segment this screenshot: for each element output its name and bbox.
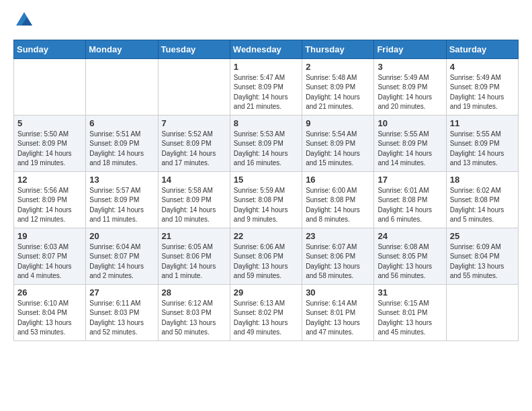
header bbox=[13, 11, 519, 33]
calendar-cell: 25Sunrise: 6:09 AMSunset: 8:04 PMDayligh… bbox=[446, 228, 518, 284]
day-number: 2 bbox=[306, 62, 370, 72]
day-info: Sunrise: 6:04 AMSunset: 8:07 PMDaylight:… bbox=[89, 242, 154, 281]
calendar-cell: 4Sunrise: 5:49 AMSunset: 8:09 PMDaylight… bbox=[446, 58, 518, 115]
calendar-header-row: SundayMondayTuesdayWednesdayThursdayFrid… bbox=[14, 40, 519, 58]
day-info: Sunrise: 6:01 AMSunset: 8:08 PMDaylight:… bbox=[378, 186, 442, 225]
day-number: 20 bbox=[89, 231, 154, 241]
calendar-cell: 3Sunrise: 5:49 AMSunset: 8:09 PMDaylight… bbox=[374, 58, 446, 115]
day-number: 14 bbox=[162, 175, 226, 185]
calendar-cell: 24Sunrise: 6:08 AMSunset: 8:05 PMDayligh… bbox=[374, 228, 446, 284]
day-number: 23 bbox=[306, 231, 370, 241]
day-info: Sunrise: 5:53 AMSunset: 8:09 PMDaylight:… bbox=[234, 130, 298, 169]
logo-icon bbox=[15, 11, 34, 30]
calendar-cell: 29Sunrise: 6:13 AMSunset: 8:02 PMDayligh… bbox=[230, 284, 302, 340]
day-info: Sunrise: 6:05 AMSunset: 8:06 PMDaylight:… bbox=[162, 242, 226, 281]
day-info: Sunrise: 5:47 AMSunset: 8:09 PMDaylight:… bbox=[234, 73, 298, 112]
day-number: 17 bbox=[378, 175, 442, 185]
day-number: 28 bbox=[162, 287, 226, 298]
day-info: Sunrise: 6:13 AMSunset: 8:02 PMDaylight:… bbox=[234, 299, 298, 338]
calendar-week-1: 5Sunrise: 5:50 AMSunset: 8:09 PMDaylight… bbox=[14, 115, 519, 171]
calendar-cell: 16Sunrise: 6:00 AMSunset: 8:08 PMDayligh… bbox=[302, 171, 374, 228]
day-number: 9 bbox=[306, 118, 370, 128]
day-info: Sunrise: 6:02 AMSunset: 8:08 PMDaylight:… bbox=[450, 186, 515, 225]
day-number: 11 bbox=[450, 118, 515, 128]
day-number: 12 bbox=[17, 175, 82, 185]
day-info: Sunrise: 5:49 AMSunset: 8:09 PMDaylight:… bbox=[450, 73, 515, 112]
day-number: 10 bbox=[378, 118, 442, 128]
day-number: 18 bbox=[450, 175, 515, 185]
day-info: Sunrise: 6:14 AMSunset: 8:01 PMDaylight:… bbox=[306, 299, 370, 338]
day-info: Sunrise: 6:00 AMSunset: 8:08 PMDaylight:… bbox=[306, 186, 370, 225]
calendar-cell: 5Sunrise: 5:50 AMSunset: 8:09 PMDaylight… bbox=[14, 115, 86, 171]
calendar-cell: 23Sunrise: 6:07 AMSunset: 8:06 PMDayligh… bbox=[302, 228, 374, 284]
calendar-cell bbox=[86, 58, 158, 115]
day-info: Sunrise: 5:49 AMSunset: 8:09 PMDaylight:… bbox=[378, 73, 442, 112]
day-number: 31 bbox=[378, 287, 442, 298]
day-number: 1 bbox=[234, 62, 298, 72]
day-info: Sunrise: 5:59 AMSunset: 8:08 PMDaylight:… bbox=[234, 186, 298, 225]
calendar-table: SundayMondayTuesdayWednesdayThursdayFrid… bbox=[13, 40, 519, 341]
day-number: 24 bbox=[378, 231, 442, 241]
day-number: 7 bbox=[162, 118, 226, 128]
day-number: 29 bbox=[234, 287, 298, 298]
calendar-cell: 31Sunrise: 6:15 AMSunset: 8:01 PMDayligh… bbox=[374, 284, 446, 340]
day-info: Sunrise: 5:55 AMSunset: 8:09 PMDaylight:… bbox=[450, 130, 515, 169]
day-number: 21 bbox=[162, 231, 226, 241]
day-info: Sunrise: 5:55 AMSunset: 8:09 PMDaylight:… bbox=[378, 130, 442, 169]
day-info: Sunrise: 6:07 AMSunset: 8:06 PMDaylight:… bbox=[306, 242, 370, 281]
day-number: 19 bbox=[17, 231, 82, 241]
calendar-cell bbox=[158, 58, 230, 115]
day-info: Sunrise: 5:51 AMSunset: 8:09 PMDaylight:… bbox=[89, 130, 154, 169]
day-info: Sunrise: 5:57 AMSunset: 8:09 PMDaylight:… bbox=[89, 186, 154, 225]
calendar-cell: 28Sunrise: 6:12 AMSunset: 8:03 PMDayligh… bbox=[158, 284, 230, 340]
calendar-cell: 7Sunrise: 5:52 AMSunset: 8:09 PMDaylight… bbox=[158, 115, 230, 171]
day-info: Sunrise: 5:50 AMSunset: 8:09 PMDaylight:… bbox=[17, 130, 82, 169]
calendar-cell: 19Sunrise: 6:03 AMSunset: 8:07 PMDayligh… bbox=[14, 228, 86, 284]
calendar-week-0: 1Sunrise: 5:47 AMSunset: 8:09 PMDaylight… bbox=[14, 58, 519, 115]
calendar-header-wednesday: Wednesday bbox=[230, 40, 302, 58]
calendar-cell: 30Sunrise: 6:14 AMSunset: 8:01 PMDayligh… bbox=[302, 284, 374, 340]
day-info: Sunrise: 6:08 AMSunset: 8:05 PMDaylight:… bbox=[378, 242, 442, 281]
calendar-cell: 17Sunrise: 6:01 AMSunset: 8:08 PMDayligh… bbox=[374, 171, 446, 228]
day-number: 13 bbox=[89, 175, 154, 185]
day-info: Sunrise: 6:15 AMSunset: 8:01 PMDaylight:… bbox=[378, 299, 442, 338]
calendar-header-friday: Friday bbox=[374, 40, 446, 58]
calendar-cell: 26Sunrise: 6:10 AMSunset: 8:04 PMDayligh… bbox=[14, 284, 86, 340]
day-number: 25 bbox=[450, 231, 515, 241]
day-number: 5 bbox=[17, 118, 82, 128]
day-number: 30 bbox=[306, 287, 370, 298]
day-number: 16 bbox=[306, 175, 370, 185]
logo bbox=[13, 11, 34, 33]
calendar-cell: 20Sunrise: 6:04 AMSunset: 8:07 PMDayligh… bbox=[86, 228, 158, 284]
calendar-cell bbox=[14, 58, 86, 115]
day-number: 22 bbox=[234, 231, 298, 241]
calendar-cell: 8Sunrise: 5:53 AMSunset: 8:09 PMDaylight… bbox=[230, 115, 302, 171]
calendar-cell: 10Sunrise: 5:55 AMSunset: 8:09 PMDayligh… bbox=[374, 115, 446, 171]
calendar-week-2: 12Sunrise: 5:56 AMSunset: 8:09 PMDayligh… bbox=[14, 171, 519, 228]
calendar-week-4: 26Sunrise: 6:10 AMSunset: 8:04 PMDayligh… bbox=[14, 284, 519, 340]
calendar-header-saturday: Saturday bbox=[446, 40, 518, 58]
day-number: 6 bbox=[89, 118, 154, 128]
calendar-cell bbox=[446, 284, 518, 340]
calendar-cell: 12Sunrise: 5:56 AMSunset: 8:09 PMDayligh… bbox=[14, 171, 86, 228]
calendar-cell: 9Sunrise: 5:54 AMSunset: 8:09 PMDaylight… bbox=[302, 115, 374, 171]
calendar-cell: 15Sunrise: 5:59 AMSunset: 8:08 PMDayligh… bbox=[230, 171, 302, 228]
calendar-cell: 27Sunrise: 6:11 AMSunset: 8:03 PMDayligh… bbox=[86, 284, 158, 340]
calendar-header-tuesday: Tuesday bbox=[158, 40, 230, 58]
calendar-cell: 1Sunrise: 5:47 AMSunset: 8:09 PMDaylight… bbox=[230, 58, 302, 115]
calendar-cell: 6Sunrise: 5:51 AMSunset: 8:09 PMDaylight… bbox=[86, 115, 158, 171]
day-number: 26 bbox=[17, 287, 82, 298]
calendar-week-3: 19Sunrise: 6:03 AMSunset: 8:07 PMDayligh… bbox=[14, 228, 519, 284]
calendar-header-sunday: Sunday bbox=[14, 40, 86, 58]
day-info: Sunrise: 5:54 AMSunset: 8:09 PMDaylight:… bbox=[306, 130, 370, 169]
day-info: Sunrise: 6:10 AMSunset: 8:04 PMDaylight:… bbox=[17, 299, 82, 338]
day-number: 3 bbox=[378, 62, 442, 72]
day-number: 27 bbox=[89, 287, 154, 298]
day-info: Sunrise: 5:58 AMSunset: 8:09 PMDaylight:… bbox=[162, 186, 226, 225]
day-info: Sunrise: 6:03 AMSunset: 8:07 PMDaylight:… bbox=[17, 242, 82, 281]
calendar-cell: 13Sunrise: 5:57 AMSunset: 8:09 PMDayligh… bbox=[86, 171, 158, 228]
day-info: Sunrise: 6:11 AMSunset: 8:03 PMDaylight:… bbox=[89, 299, 154, 338]
day-number: 15 bbox=[234, 175, 298, 185]
day-number: 8 bbox=[234, 118, 298, 128]
page: SundayMondayTuesdayWednesdayThursdayFrid… bbox=[0, 0, 532, 352]
